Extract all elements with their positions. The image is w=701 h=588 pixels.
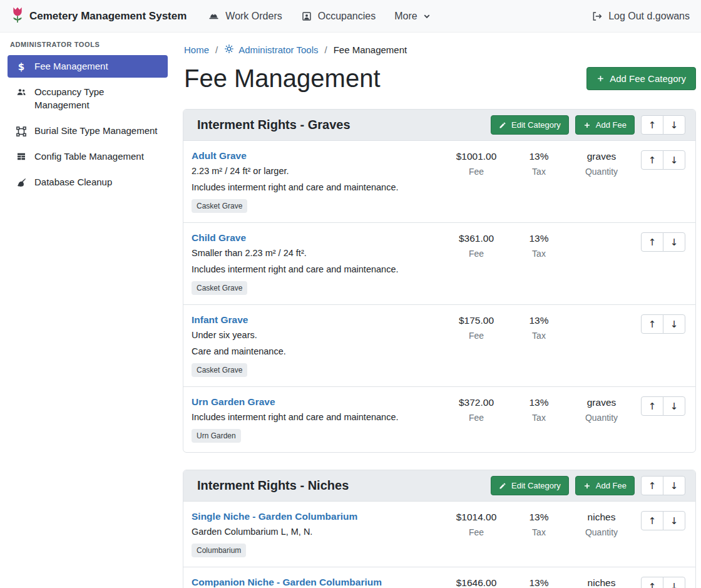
button-label: Add Fee bbox=[596, 481, 627, 490]
fee-name-link[interactable]: Urn Garden Grave bbox=[192, 396, 275, 408]
fee-name-link[interactable]: Adult Grave bbox=[192, 150, 247, 162]
arrow-up-icon: ↑ bbox=[648, 581, 657, 588]
edit-category-button[interactable]: Edit Category bbox=[491, 476, 569, 495]
fee-move-down-button[interactable]: ↓ bbox=[663, 232, 685, 252]
sidebar-item-label: Database Cleanup bbox=[34, 176, 112, 188]
app-brand: Cemetery Management System bbox=[11, 6, 187, 26]
fee-category-card: Interment Rights - Graves Edit Category … bbox=[183, 109, 696, 453]
navbar-links: Work Orders Occupancies More bbox=[208, 11, 430, 22]
sidebar-item-fee-management[interactable]: $ Fee Management bbox=[8, 55, 168, 78]
sidebar-item-occupancy-type-management[interactable]: Occupancy Type Management bbox=[8, 81, 168, 116]
quantity-col bbox=[570, 314, 633, 315]
button-label: Edit Category bbox=[511, 481, 561, 490]
quantity-value: niches bbox=[570, 512, 633, 523]
fee-amount-col: $1001.00 Fee bbox=[445, 150, 508, 177]
fee-reorder-group: ↑ ↓ bbox=[633, 232, 685, 252]
fee-move-up-button[interactable]: ↑ bbox=[641, 150, 663, 170]
category-reorder-group: ↑ ↓ bbox=[641, 476, 685, 495]
category-header: Interment Rights - Niches Edit Category … bbox=[183, 470, 695, 502]
fee-row: Child Grave Smaller than 2.23 m² / 24 ft… bbox=[183, 222, 695, 304]
fee-move-down-button[interactable]: ↓ bbox=[663, 577, 685, 588]
button-label: Add Fee Category bbox=[610, 73, 686, 84]
tax-value: 13% bbox=[508, 397, 570, 408]
fee-move-down-button[interactable]: ↓ bbox=[663, 314, 685, 334]
quantity-col: graves Quantity bbox=[570, 396, 633, 423]
tax-label: Tax bbox=[508, 413, 570, 423]
category-reorder-group: ↑ ↓ bbox=[641, 115, 685, 135]
broom-icon bbox=[14, 177, 28, 188]
sidebar-item-label: Config Table Management bbox=[34, 150, 144, 163]
fee-category-card: Interment Rights - Niches Edit Category … bbox=[183, 470, 696, 588]
breadcrumb-admin-tools-label: Administrator Tools bbox=[238, 44, 318, 55]
add-fee-button[interactable]: Add Fee bbox=[575, 476, 635, 495]
quantity-value: graves bbox=[570, 151, 633, 162]
fee-move-up-button[interactable]: ↑ bbox=[641, 577, 663, 588]
fee-description: Includes interment right and care and ma… bbox=[192, 412, 441, 422]
fee-info: Adult Grave 2.23 m² / 24 ft² or larger. … bbox=[192, 150, 445, 213]
fee-move-down-button[interactable]: ↓ bbox=[663, 396, 685, 416]
category-move-down-button[interactable]: ↓ bbox=[663, 476, 685, 495]
arrow-down-icon: ↓ bbox=[670, 581, 678, 588]
quantity-col: graves Quantity bbox=[570, 150, 633, 177]
fee-name-link[interactable]: Single Niche - Garden Columbarium bbox=[192, 511, 357, 522]
sidebar-item-database-cleanup[interactable]: Database Cleanup bbox=[8, 171, 168, 193]
tax-value: 13% bbox=[508, 315, 570, 326]
page-layout: ADMINISTRATOR TOOLS $ Fee Management Occ… bbox=[0, 33, 701, 588]
fee-name-link[interactable]: Companion Niche - Garden Columbarium bbox=[192, 577, 382, 588]
fee-amount: $1001.00 bbox=[445, 151, 508, 162]
quantity-col bbox=[570, 232, 633, 233]
app-title: Cemetery Management System bbox=[29, 10, 187, 23]
fee-name-link[interactable]: Infant Grave bbox=[192, 314, 248, 326]
pencil-icon bbox=[499, 482, 506, 490]
fee-move-up-button[interactable]: ↑ bbox=[641, 314, 663, 334]
tax-label: Tax bbox=[508, 527, 570, 537]
fee-move-down-button[interactable]: ↓ bbox=[663, 150, 685, 170]
fee-amount: $1014.00 bbox=[445, 512, 508, 523]
fee-row: Urn Garden Grave Includes interment righ… bbox=[183, 386, 695, 452]
category-move-up-button[interactable]: ↑ bbox=[641, 476, 663, 495]
breadcrumb-admin-tools-link[interactable]: Administrator Tools bbox=[224, 44, 318, 56]
admin-sidebar: ADMINISTRATOR TOOLS $ Fee Management Occ… bbox=[0, 33, 175, 588]
nav-label: More bbox=[394, 11, 417, 22]
quantity-label: Quantity bbox=[570, 167, 633, 177]
logout-link[interactable]: Log Out d.gowans bbox=[591, 11, 690, 22]
edit-category-button[interactable]: Edit Category bbox=[491, 115, 569, 135]
logout-icon bbox=[591, 11, 603, 22]
fee-amount-col: $175.00 Fee bbox=[445, 314, 508, 341]
fee-amount-col: $372.00 Fee bbox=[445, 396, 508, 423]
add-fee-category-button[interactable]: Add Fee Category bbox=[586, 67, 696, 90]
fee-reorder-group: ↑ ↓ bbox=[633, 150, 685, 170]
page-title: Fee Management bbox=[184, 64, 381, 93]
sidebar-heading: ADMINISTRATOR TOOLS bbox=[8, 41, 168, 48]
button-label: Add Fee bbox=[596, 120, 627, 130]
sidebar-item-config-table-management[interactable]: Config Table Management bbox=[8, 145, 168, 168]
fee-label: Fee bbox=[445, 167, 508, 177]
category-move-down-button[interactable]: ↓ bbox=[663, 115, 685, 135]
nav-work-orders[interactable]: Work Orders bbox=[208, 11, 282, 22]
fee-type-badge: Casket Grave bbox=[192, 281, 247, 295]
fee-move-up-button[interactable]: ↑ bbox=[641, 232, 663, 252]
plus-icon bbox=[583, 121, 591, 129]
nav-occupancies[interactable]: Occupancies bbox=[301, 11, 376, 22]
breadcrumb-home-link[interactable]: Home bbox=[184, 44, 209, 55]
fee-name-link[interactable]: Child Grave bbox=[192, 232, 246, 244]
arrow-down-icon: ↓ bbox=[670, 120, 678, 131]
fee-description: Includes interment right and care and ma… bbox=[192, 264, 441, 274]
fee-info: Companion Niche - Garden Columbarium Gar… bbox=[192, 577, 445, 588]
fee-type-badge: Casket Grave bbox=[192, 363, 247, 377]
fee-label: Fee bbox=[445, 413, 508, 423]
gear-icon bbox=[224, 44, 234, 56]
add-fee-button[interactable]: Add Fee bbox=[575, 115, 635, 135]
button-label: Edit Category bbox=[511, 120, 561, 130]
fee-move-down-button[interactable]: ↓ bbox=[663, 511, 685, 530]
fee-move-up-button[interactable]: ↑ bbox=[641, 396, 663, 416]
category-move-up-button[interactable]: ↑ bbox=[641, 115, 663, 135]
category-title: Interment Rights - Niches bbox=[197, 478, 484, 493]
occupant-badge-icon bbox=[301, 11, 312, 22]
fee-description: Smaller than 2.23 m² / 24 ft². bbox=[192, 248, 441, 258]
sidebar-item-label: Occupancy Type Management bbox=[34, 86, 161, 111]
sidebar-item-burial-site-type-management[interactable]: Burial Site Type Management bbox=[8, 120, 168, 142]
tax-col: 13% Tax bbox=[508, 232, 570, 259]
nav-more[interactable]: More bbox=[394, 11, 430, 22]
fee-move-up-button[interactable]: ↑ bbox=[641, 511, 663, 530]
